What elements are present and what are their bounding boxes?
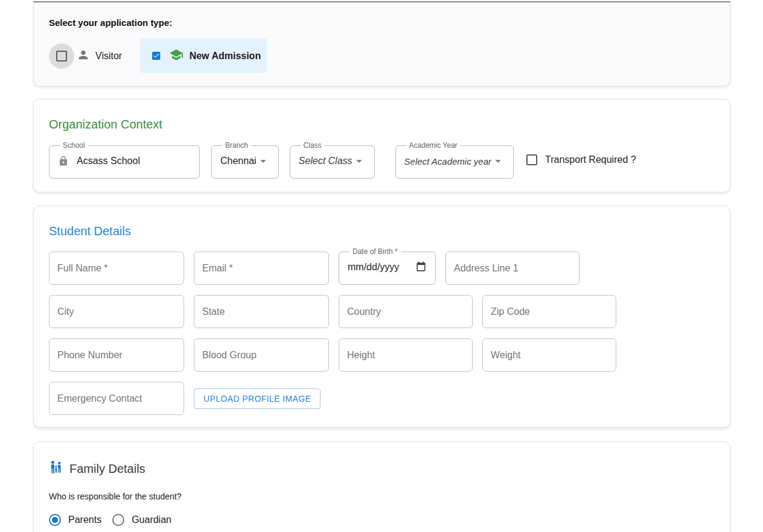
full-name-input[interactable] — [49, 252, 184, 285]
new-admission-checkbox[interactable] — [152, 50, 160, 62]
student-row-1: Date of Birth * mm/dd/yyyy — [49, 247, 715, 285]
visitor-checkbox-ripple[interactable] — [49, 43, 74, 69]
new-admission-option[interactable]: New Admission — [140, 39, 267, 73]
academic-year-select[interactable]: Academic Year Select Academic year — [395, 141, 514, 179]
person-icon — [77, 48, 90, 64]
transport-required-option[interactable]: Transport Required ? — [526, 154, 636, 165]
school-field-label: School — [60, 141, 88, 150]
chevron-down-icon — [491, 154, 505, 168]
school-field: School Acsass School — [49, 141, 200, 179]
class-select[interactable]: Class Select Class — [290, 141, 375, 179]
state-input[interactable] — [194, 295, 329, 328]
parents-label: Parents — [68, 515, 101, 525]
email-input[interactable] — [194, 252, 329, 285]
branch-select-label: Branch — [222, 141, 251, 150]
weight-input[interactable] — [482, 338, 616, 372]
parents-radio-option[interactable]: Parents — [49, 514, 101, 526]
top-divider — [33, 1, 730, 2]
application-type-options: Visitor New Admission — [49, 39, 715, 73]
organization-context-heading: Organization Context — [49, 100, 715, 131]
family-details-card: Family Details Who is responsible for th… — [33, 442, 730, 532]
organization-context-card: Organization Context School Acsass Schoo… — [33, 99, 730, 192]
application-type-card: Select your application type: Visitor Ne… — [33, 1, 730, 86]
academic-year-select-label: Academic Year — [406, 141, 461, 150]
student-row-3 — [49, 338, 715, 372]
branch-select[interactable]: Branch Chennai — [211, 141, 279, 179]
upload-profile-image-button[interactable]: UPLOAD PROFILE IMAGE — [194, 388, 321, 409]
city-input[interactable] — [49, 295, 184, 328]
visitor-label: Visitor — [95, 51, 122, 62]
student-details-heading: Student Details — [49, 206, 715, 238]
guardian-label: Guardian — [132, 515, 171, 525]
transport-required-label: Transport Required ? — [545, 154, 636, 165]
class-select-label: Class — [301, 141, 325, 150]
application-type-title: Select your application type: — [49, 2, 715, 28]
country-input[interactable] — [339, 295, 473, 328]
branch-value: Chennai — [220, 156, 257, 166]
class-value: Select Class — [299, 156, 353, 166]
visitor-checkbox[interactable] — [56, 51, 67, 62]
lock-icon — [58, 155, 69, 167]
calendar-icon[interactable] — [415, 261, 427, 273]
guardian-radio-option[interactable]: Guardian — [112, 514, 171, 526]
organization-fields-row: School Acsass School Branch Chennai — [49, 141, 715, 179]
student-details-card: Student Details Date of Birth * mm/dd/yy… — [33, 206, 730, 428]
date-of-birth-label: Date of Birth * — [350, 247, 401, 256]
student-row-4: UPLOAD PROFILE IMAGE — [49, 382, 715, 415]
emergency-contact-input[interactable] — [49, 382, 184, 415]
date-of-birth-field[interactable]: Date of Birth * mm/dd/yyyy — [339, 247, 436, 285]
family-icon — [49, 460, 63, 477]
family-details-title: Family Details — [69, 462, 145, 476]
student-row-2 — [49, 295, 715, 328]
date-of-birth-value: mm/dd/yyyy — [348, 262, 399, 273]
admission-form-page: Select your application type: Visitor Ne… — [0, 1, 763, 532]
chevron-down-icon — [353, 154, 366, 168]
family-details-heading-row: Family Details — [49, 442, 715, 477]
parents-radio[interactable] — [49, 514, 61, 526]
blood-group-input[interactable] — [194, 338, 329, 372]
new-admission-label: New Admission — [190, 51, 261, 62]
visitor-option[interactable]: Visitor — [49, 43, 122, 69]
chevron-down-icon — [257, 154, 270, 168]
phone-number-input[interactable] — [49, 338, 184, 372]
zip-code-input[interactable] — [482, 295, 616, 328]
height-input[interactable] — [339, 338, 473, 372]
academic-year-value: Select Academic year — [404, 156, 492, 166]
responsible-question: Who is responsible for the student? — [49, 492, 715, 501]
guardian-radio[interactable] — [112, 514, 124, 526]
responsible-radio-group: Parents Guardian — [49, 514, 715, 526]
transport-required-checkbox[interactable] — [526, 154, 537, 165]
school-value: Acsass School — [77, 156, 140, 166]
graduation-cap-icon — [169, 48, 184, 65]
address-line-1-input[interactable] — [445, 252, 579, 285]
